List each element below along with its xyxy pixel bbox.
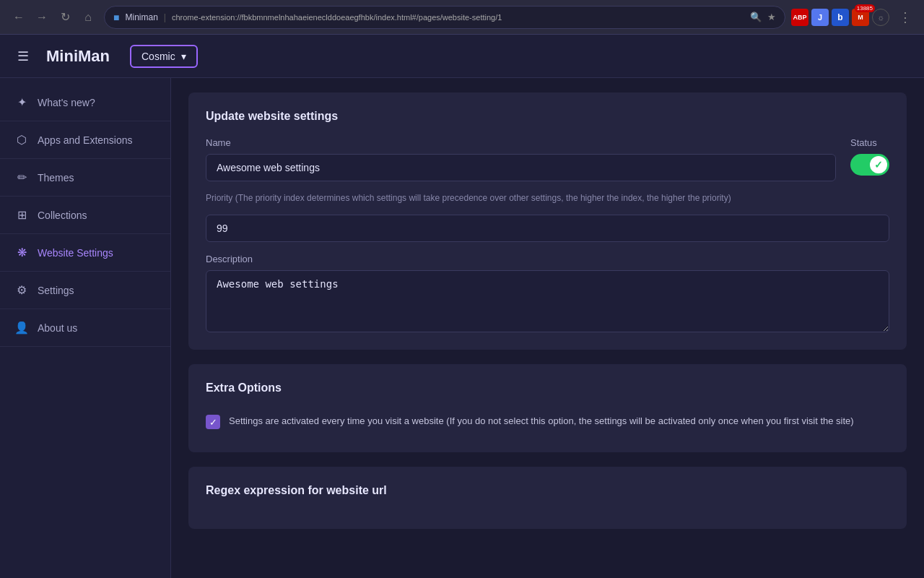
- website-settings-icon: ❋: [14, 246, 29, 259]
- address-bar[interactable]: ■ Miniman | chrome-extension://fbkbmnmel…: [104, 6, 785, 29]
- name-label: Name: [206, 137, 836, 148]
- themes-icon: ✏: [14, 171, 29, 184]
- sidebar-item-about-us[interactable]: 👤 About us: [0, 309, 170, 347]
- sidebar-item-label: About us: [38, 322, 77, 334]
- sidebar-item-label: What's new?: [38, 97, 95, 108]
- home-button[interactable]: ⌂: [78, 7, 98, 27]
- sidebar-item-label: Themes: [38, 172, 74, 184]
- address-separator: |: [164, 12, 166, 22]
- priority-group: Priority (The priority index determines …: [206, 193, 889, 242]
- sidebar-item-settings[interactable]: ⚙ Settings: [0, 272, 170, 309]
- top-bar: ☰ MiniMan Cosmic ▾: [0, 35, 924, 78]
- adblock-extension-icon[interactable]: ABP: [791, 9, 808, 26]
- description-textarea[interactable]: Awesome web settings: [206, 270, 889, 332]
- whats-new-icon: ✦: [14, 95, 29, 109]
- page-content: Update website settings Name Status ✓: [171, 78, 924, 578]
- name-group: Name: [206, 137, 836, 181]
- blue-extension-icon[interactable]: b: [832, 9, 849, 26]
- site-name: Miniman: [125, 12, 157, 22]
- gmail-extension-wrapper: M 13885: [852, 9, 869, 26]
- chevron-down-icon: ▾: [181, 51, 186, 62]
- gmail-badge: 13885: [855, 4, 875, 12]
- collections-icon: ⊞: [14, 208, 29, 222]
- browser-chrome: ← → ↻ ⌂ ■ Miniman | chrome-extension://f…: [0, 0, 924, 35]
- description-label: Description: [206, 254, 889, 264]
- sidebar-item-label: Collections: [38, 210, 87, 221]
- regex-title: Regex expression for website url: [206, 484, 889, 497]
- sidebar-item-label: Settings: [38, 285, 74, 296]
- sidebar-item-collections[interactable]: ⊞ Collections: [0, 197, 170, 234]
- theme-label: Cosmic: [141, 51, 175, 62]
- j-extension-icon[interactable]: J: [811, 9, 829, 26]
- status-label: Status: [850, 137, 877, 148]
- star-icon: ★: [767, 12, 776, 22]
- sidebar-item-apps-extensions[interactable]: ⬡ Apps and Extensions: [0, 121, 170, 159]
- extra-options-title: Extra Options: [206, 381, 889, 394]
- nav-buttons: ← → ↻ ⌂: [9, 7, 98, 27]
- dark-extension-icon[interactable]: ☼: [872, 9, 889, 26]
- priority-input[interactable]: [206, 215, 889, 242]
- name-input[interactable]: [206, 154, 836, 181]
- theme-dropdown-button[interactable]: Cosmic ▾: [130, 45, 198, 68]
- priority-label: Priority (The priority index determines …: [206, 193, 889, 203]
- hamburger-button[interactable]: ☰: [14, 46, 32, 67]
- app-container: ☰ MiniMan Cosmic ▾ ✦ What's new? ⬡ Apps …: [0, 35, 924, 578]
- app-title: MiniMan: [46, 47, 110, 66]
- activate-always-label: Settings are activated every time you vi…: [229, 415, 854, 428]
- url-text: chrome-extension://fbkbmnmelnhahaeienecl…: [172, 13, 502, 22]
- sidebar-item-label: Website Settings: [38, 247, 113, 259]
- browser-menu-button[interactable]: ⋮: [895, 7, 915, 27]
- extension-icons: ABP J b M 13885 ☼: [791, 9, 889, 26]
- update-settings-title: Update website settings: [206, 110, 889, 123]
- checkbox-row: ✓ Settings are activated every time you …: [206, 409, 889, 435]
- back-button[interactable]: ←: [9, 7, 29, 27]
- forward-button[interactable]: →: [32, 7, 52, 27]
- status-group: Status ✓: [850, 137, 889, 176]
- apps-extensions-icon: ⬡: [14, 133, 29, 147]
- name-status-row: Name Status ✓: [206, 137, 889, 181]
- site-favicon-icon: ■: [113, 12, 119, 23]
- status-toggle[interactable]: ✓: [850, 154, 889, 176]
- about-us-icon: 👤: [14, 321, 29, 335]
- sidebar-item-website-settings[interactable]: ❋ Website Settings: [0, 234, 170, 272]
- search-icon: 🔍: [750, 12, 762, 22]
- activate-always-checkbox[interactable]: ✓: [206, 415, 220, 429]
- sidebar-item-label: Apps and Extensions: [38, 134, 133, 146]
- sidebar-item-themes[interactable]: ✏ Themes: [0, 159, 170, 197]
- settings-icon: ⚙: [14, 283, 29, 297]
- update-settings-card: Update website settings Name Status ✓: [188, 92, 907, 350]
- toggle-track: ✓: [850, 154, 889, 176]
- reload-button[interactable]: ↻: [55, 7, 75, 27]
- main-content: ✦ What's new? ⬡ Apps and Extensions ✏ Th…: [0, 78, 924, 578]
- description-group: Description Awesome web settings: [206, 254, 889, 332]
- extra-options-card: Extra Options ✓ Settings are activated e…: [188, 364, 907, 452]
- toggle-thumb: ✓: [870, 156, 887, 173]
- sidebar-item-whats-new[interactable]: ✦ What's new?: [0, 84, 170, 121]
- sidebar: ✦ What's new? ⬡ Apps and Extensions ✏ Th…: [0, 78, 171, 578]
- regex-card: Regex expression for website url: [188, 467, 907, 529]
